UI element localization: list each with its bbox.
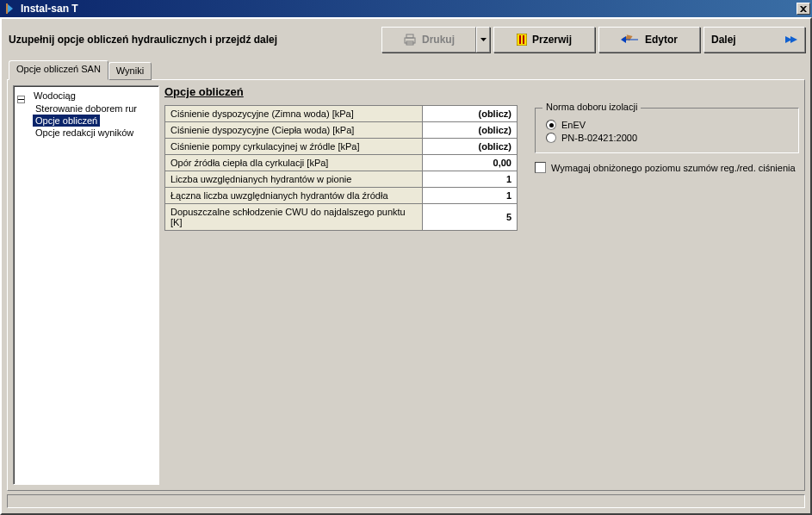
param-label: Ciśnienie dyspozycyjne (Zimna woda) [kPa…	[165, 106, 423, 122]
tab-strip: Opcje obliczeń SAN Wyniki	[7, 60, 805, 80]
radio-option[interactable]: EnEV	[546, 120, 788, 130]
app-icon	[3, 2, 17, 16]
print-dropdown[interactable]	[476, 27, 490, 53]
param-row: Opór źródła ciepła dla cyrkulacji [kPa]0…	[165, 155, 518, 171]
tree-root-label[interactable]: Wodociąg	[31, 90, 78, 102]
toolbar: Uzupełnij opcje obliczeń hydraulicznych …	[7, 24, 805, 55]
checkbox-label: Wymagaj obniżonego poziomu szumów reg./r…	[551, 163, 796, 173]
forward-icon	[785, 34, 797, 45]
tree-item[interactable]: Sterowanie doborem rur	[33, 102, 155, 115]
svg-rect-7	[18, 99, 24, 100]
tree-item[interactable]: Opcje obliczeń	[33, 115, 155, 127]
param-label: Ciśnienie pompy cyrkulacyjnej w źródle […	[165, 139, 423, 155]
param-value[interactable]: (oblicz)	[423, 122, 518, 139]
param-label: Liczba uwzględnianych hydrantów w pionie	[165, 171, 423, 188]
radio-label: EnEV	[561, 120, 586, 130]
svg-rect-6	[523, 35, 524, 44]
tree-view[interactable]: Wodociąg Sterowanie doborem rur Opcje ob…	[13, 85, 159, 485]
radio-label: PN-B-02421:2000	[561, 133, 637, 143]
tree-item-label[interactable]: Opcje redakcji wyników	[33, 127, 136, 139]
tab-page: Wodociąg Sterowanie doborem rur Opcje ob…	[7, 79, 805, 491]
print-button[interactable]: Drukuj	[381, 27, 476, 53]
param-row: Liczba uwzględnianych hydrantów w pionie…	[165, 171, 518, 188]
window-title: Instal-san T	[21, 3, 78, 15]
param-label: Dopuszczalne schłodzenie CWU do najdalsz…	[165, 204, 423, 231]
close-button[interactable]	[797, 3, 810, 15]
noise-checkbox-row[interactable]: Wymagaj obniżonego poziomu szumów reg./r…	[535, 162, 799, 173]
next-button[interactable]: Dalej	[704, 27, 805, 53]
svg-rect-4	[517, 34, 527, 46]
print-icon	[403, 34, 417, 46]
editor-button[interactable]: Edytor	[598, 27, 700, 53]
status-bar	[7, 494, 805, 508]
param-row: Ciśnienie dyspozycyjne (Zimna woda) [kPa…	[165, 106, 518, 122]
svg-rect-2	[406, 34, 413, 38]
panel-heading: Opcje obliczeń	[164, 85, 518, 98]
interrupt-button[interactable]: Przerwij	[493, 27, 595, 53]
tree-root[interactable]: Wodociąg	[17, 90, 155, 102]
insulation-groupbox: Norma doboru izolacji EnEV PN-B-02421:20…	[535, 108, 799, 153]
tree-expander-icon[interactable]	[17, 96, 25, 103]
param-row: Łączna liczba uwzględnianych hydrantów d…	[165, 188, 518, 204]
svg-rect-0	[6, 3, 8, 14]
groupbox-title: Norma doboru izolacji	[542, 102, 641, 112]
tree-item-label[interactable]: Sterowanie doborem rur	[33, 102, 139, 115]
param-value[interactable]: (oblicz)	[423, 139, 518, 155]
instruction-text: Uzupełnij opcje obliczeń hydraulicznych …	[7, 34, 378, 46]
param-value[interactable]: 5	[423, 204, 518, 231]
radio-option[interactable]: PN-B-02421:2000	[546, 133, 788, 143]
radio-icon[interactable]	[546, 120, 556, 130]
tree-item-label[interactable]: Opcje obliczeń	[33, 115, 100, 127]
param-row: Dopuszczalne schłodzenie CWU do najdalsz…	[165, 204, 518, 231]
params-table: Ciśnienie dyspozycyjne (Zimna woda) [kPa…	[164, 105, 518, 231]
checkbox-icon[interactable]	[535, 162, 546, 173]
editor-back-icon	[621, 34, 640, 46]
param-label: Łączna liczba uwzględnianych hydrantów d…	[165, 188, 423, 204]
param-value[interactable]: 1	[423, 188, 518, 204]
tab-options-san[interactable]: Opcje obliczeń SAN	[9, 60, 108, 80]
svg-rect-5	[519, 35, 521, 44]
param-row: Ciśnienie pompy cyrkulacyjnej w źródle […	[165, 139, 518, 155]
tree-item[interactable]: Opcje redakcji wyników	[33, 127, 155, 139]
title-bar: Instal-san T	[0, 0, 812, 17]
tab-results[interactable]: Wyniki	[108, 62, 152, 80]
param-value[interactable]: (oblicz)	[423, 106, 518, 122]
param-value[interactable]: 0,00	[423, 155, 518, 171]
param-label: Ciśnienie dyspozycyjne (Ciepła woda) [kP…	[165, 122, 423, 139]
param-label: Opór źródła ciepła dla cyrkulacji [kPa]	[165, 155, 423, 171]
stop-icon	[517, 34, 527, 46]
param-row: Ciśnienie dyspozycyjne (Ciepła woda) [kP…	[165, 122, 518, 139]
radio-icon[interactable]	[546, 133, 556, 143]
param-value[interactable]: 1	[423, 171, 518, 188]
